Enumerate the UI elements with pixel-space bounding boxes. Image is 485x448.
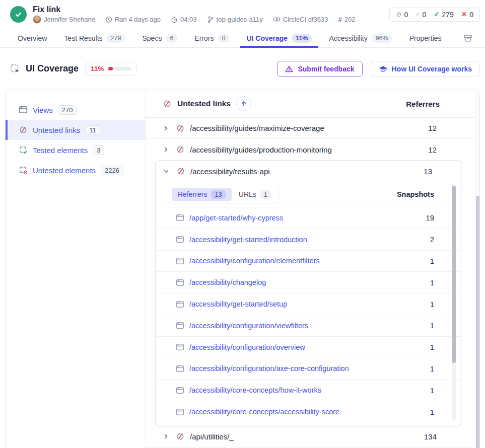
- ci-link-icon: [273, 16, 281, 23]
- snapshot-count: 1: [430, 278, 434, 287]
- tab-specs[interactable]: Specs 6: [142, 29, 177, 48]
- referrers-column-header: Referrers: [406, 100, 440, 108]
- referrer-row[interactable]: /accessibility/get-started/setup 1: [156, 293, 461, 315]
- referrer-row[interactable]: /accessibility/configuration/elementfilt…: [156, 250, 461, 272]
- broken-link-icon: [176, 145, 185, 154]
- passed-count: ✓279: [434, 11, 454, 19]
- run-ci-link[interactable]: CircleCI df3633: [273, 16, 328, 23]
- test-result-counts: ⊘0 ○0 ✓279 ✕0: [389, 8, 480, 22]
- referrer-row[interactable]: /accessibility/configuration/viewfilters…: [156, 315, 461, 336]
- coverage-score-pill: 11%: [85, 62, 136, 76]
- tab-accessibility[interactable]: Accessibility 96%: [329, 29, 392, 48]
- sidebar-item-tested-elements[interactable]: Tested elements 3: [6, 140, 145, 160]
- broken-link-icon: [163, 99, 172, 108]
- window-icon: [176, 257, 184, 265]
- page-title: UI Coverage: [26, 63, 79, 74]
- link-path: /api/utilities/_: [190, 432, 234, 441]
- stopwatch-icon: [171, 16, 178, 23]
- referrer-path: /accessibility/configuration/overview: [189, 343, 305, 351]
- sidebar-item-untested-links[interactable]: Untested links 11: [6, 120, 145, 140]
- run-tabbar: Overview Test Results 279 Specs 6 Errors…: [0, 29, 485, 48]
- chevron-right-icon[interactable]: [163, 146, 169, 153]
- list-title: Untested links: [177, 99, 231, 108]
- run-branch: top-guides-a11y: [207, 16, 263, 23]
- untested-link-row-expanded[interactable]: /accessibility/results-api 13: [156, 161, 461, 182]
- failed-count: ✕0: [461, 11, 473, 19]
- referrer-row[interactable]: /accessibility/core-concepts/accessibili…: [156, 401, 461, 422]
- warning-triangle-icon: [285, 65, 293, 73]
- referrer-row[interactable]: /accessibility/configuration/axe-core-co…: [156, 358, 461, 380]
- referrer-path: /accessibility/get-started/setup: [189, 300, 287, 308]
- untested-link-row[interactable]: /api/utilities/_ 134: [146, 426, 475, 447]
- snapshot-count: 1: [430, 257, 434, 265]
- chevron-right-icon[interactable]: [163, 433, 169, 439]
- archive-icon[interactable]: [463, 33, 473, 43]
- hash-icon: #: [338, 16, 341, 23]
- tab-test-results[interactable]: Test Results 279: [64, 29, 125, 48]
- referrer-row[interactable]: /accessibility/changelog 1: [156, 271, 461, 293]
- run-time: Ran 4 days ago: [105, 16, 161, 23]
- x-icon: ✕: [461, 11, 467, 18]
- window-icon: [176, 235, 184, 244]
- run-header: Fix link Jennifer Shehane · Ran 4 days a…: [0, 0, 485, 29]
- snapshot-count: 1: [430, 408, 434, 416]
- tab-properties[interactable]: Properties: [409, 29, 442, 48]
- sidebar-item-views[interactable]: Views 270: [6, 100, 145, 120]
- pending-icon: ○: [415, 11, 420, 18]
- run-duration: 04:03: [171, 16, 197, 23]
- broken-link-icon: [176, 124, 185, 133]
- tab-urls[interactable]: URLs 1: [233, 188, 277, 201]
- window-icon: [176, 300, 184, 309]
- referrer-row[interactable]: /accessibility/get-started/introduction …: [156, 229, 461, 250]
- sidebar-item-untested-elements[interactable]: Untested elements 2226: [6, 160, 145, 180]
- tab-referrers[interactable]: Referrers 13: [172, 188, 232, 201]
- run-build-number: # 202: [338, 16, 355, 23]
- git-branch-icon: [207, 16, 214, 23]
- referrers-urls-segmented-control: Referrers 13 URLs 1: [170, 186, 279, 203]
- link-path: /accessibility/guides/production-monitor…: [190, 145, 332, 154]
- untested-link-row[interactable]: /accessibility/guides/production-monitor…: [146, 139, 475, 160]
- inner-scrollbar-thumb[interactable]: [452, 186, 456, 363]
- broken-link-icon: [176, 167, 185, 176]
- referrer-row[interactable]: /accessibility/core-concepts/how-it-work…: [156, 379, 461, 401]
- coverage-score-bar: [108, 67, 131, 70]
- window-icon: [176, 386, 184, 395]
- views-icon: [19, 105, 28, 114]
- outer-scrollbar-thumb[interactable]: [476, 196, 479, 448]
- snapshots-column-header: Snapshots: [397, 190, 434, 198]
- coverage-sidebar: Views 270 Untested links 11 Tested eleme…: [6, 90, 146, 448]
- window-icon: [176, 408, 184, 416]
- tab-errors[interactable]: Errors 0: [194, 29, 229, 48]
- expanded-untested-link-card: /accessibility/results-api 13 Referrers …: [155, 160, 461, 426]
- skipped-icon: ⊘: [396, 11, 401, 18]
- submit-feedback-button[interactable]: Submit feedback: [277, 61, 362, 77]
- referrer-row[interactable]: /accessibility/configuration/overview 1: [156, 336, 461, 358]
- window-icon: [176, 213, 184, 222]
- chevron-down-icon[interactable]: [163, 168, 169, 174]
- clock-icon: [105, 16, 112, 23]
- untested-elements-icon: [19, 166, 28, 175]
- referrer-count: 13: [424, 167, 432, 176]
- ui-coverage-panel: Views 270 Untested links 11 Tested eleme…: [5, 90, 480, 448]
- tab-overview[interactable]: Overview: [18, 29, 47, 48]
- run-author: Jennifer Shehane: [33, 15, 95, 24]
- tab-ui-coverage[interactable]: UI Coverage 11%: [246, 29, 312, 48]
- referrer-path: /accessibility/configuration/viewfilters: [189, 322, 308, 330]
- referrer-row[interactable]: /app/get-started/why-cypress 19: [156, 207, 461, 229]
- check-icon: ✓: [434, 11, 439, 18]
- pending-count: ○0: [415, 11, 426, 19]
- window-icon: [176, 364, 184, 373]
- referrer-count: 134: [424, 432, 437, 441]
- untested-link-row[interactable]: /accessibility/guides/maximize-coverage …: [146, 118, 475, 139]
- referrer-path: /accessibility/configuration/axe-core-co…: [189, 364, 349, 372]
- inner-scrollbar[interactable]: [452, 184, 456, 421]
- untested-links-header: Untested links Referrers: [146, 90, 475, 118]
- ui-coverage-section-header: UI Coverage 11% Submit feedback How UI C…: [0, 48, 485, 90]
- outer-scrollbar[interactable]: [475, 90, 479, 448]
- ui-coverage-icon: [10, 64, 20, 74]
- chevron-right-icon[interactable]: [163, 125, 169, 131]
- sort-ascending-button[interactable]: [236, 96, 251, 111]
- how-ui-coverage-works-button[interactable]: How UI Coverage works: [371, 61, 480, 77]
- broken-link-icon: [176, 432, 185, 441]
- window-icon: [176, 321, 184, 330]
